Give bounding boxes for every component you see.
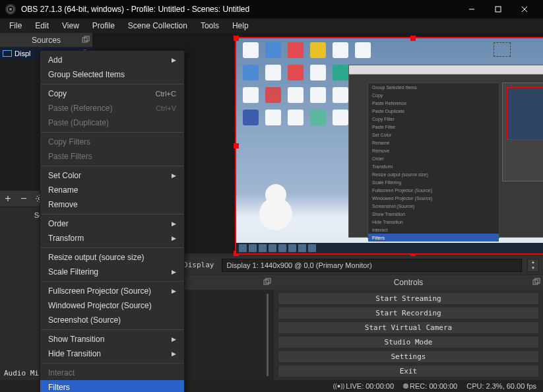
menu-separator xyxy=(41,329,183,330)
close-button[interactable] xyxy=(511,0,538,18)
rec-dot-icon xyxy=(403,383,408,389)
context-menu-item[interactable]: CopyCtrl+C xyxy=(40,86,184,101)
context-menu-item[interactable]: Windowed Projector (Source) xyxy=(40,298,184,313)
context-menu-item[interactable]: Group Selected Items xyxy=(40,67,184,82)
context-menu-item[interactable]: Remove xyxy=(40,197,184,212)
context-menu-item[interactable]: Add▶ xyxy=(40,53,184,67)
context-item-label: Copy xyxy=(48,89,67,98)
context-item-label: Scale Filtering xyxy=(48,267,98,277)
context-menu-item: Paste (Reference)Ctrl+V xyxy=(40,101,184,115)
context-item-label: Rename xyxy=(48,185,78,195)
menubar: File Edit View Profile Scene Collection … xyxy=(0,18,543,33)
context-menu-item[interactable]: Filters xyxy=(40,380,184,392)
start-recording-button[interactable]: Start Recording xyxy=(278,307,539,319)
start-virtual-camera-button[interactable]: Start Virtual Camera xyxy=(278,321,539,334)
obs-logo-icon xyxy=(5,4,16,15)
context-item-label: Fullscreen Projector (Source) xyxy=(48,286,151,296)
context-item-label: Set Color xyxy=(48,171,81,180)
source-context-menu[interactable]: Add▶Group Selected ItemsCopyCtrl+CPaste … xyxy=(40,50,185,392)
context-item-shortcut: Ctrl+C xyxy=(156,90,176,98)
context-menu-item: Copy Filters xyxy=(40,135,184,149)
live-indicator: ((●)) LIVE: 00:00:00 xyxy=(333,382,394,390)
menu-separator xyxy=(41,281,183,282)
menu-separator xyxy=(41,247,183,248)
menu-profile[interactable]: Profile xyxy=(86,20,121,32)
context-menu-item[interactable]: Show Transition▶ xyxy=(40,332,184,346)
submenu-arrow-icon: ▶ xyxy=(172,172,176,179)
resize-handle[interactable] xyxy=(234,36,239,41)
context-item-label: Add xyxy=(48,55,62,65)
preview-canvas[interactable]: Group Selected ItemsCopyPaste ReferenceP… xyxy=(235,37,543,255)
menu-separator xyxy=(41,363,183,364)
context-item-label: Screenshot (Source) xyxy=(48,315,121,325)
controls-panel: Start Streaming Start Recording Start Vi… xyxy=(274,290,543,380)
context-item-label: Show Transition xyxy=(48,335,104,344)
context-item-label: Remove xyxy=(48,200,78,209)
context-menu-item[interactable]: Resize output (source size) xyxy=(40,250,184,265)
submenu-arrow-icon: ▶ xyxy=(172,350,176,357)
context-item-label: Paste (Reference) xyxy=(48,104,112,113)
add-source-button[interactable]: + xyxy=(0,191,16,207)
context-menu-item[interactable]: Transform▶ xyxy=(40,231,184,245)
context-item-label: Windowed Projector (Source) xyxy=(48,301,152,310)
context-item-label: Copy Filters xyxy=(48,137,90,147)
menu-file[interactable]: File xyxy=(3,20,28,32)
menu-scene-collection[interactable]: Scene Collection xyxy=(121,20,194,32)
remove-source-button[interactable]: − xyxy=(16,191,32,207)
preview-taskbar xyxy=(236,243,543,253)
submenu-arrow-icon: ▶ xyxy=(172,57,176,63)
scrollbar[interactable] xyxy=(267,294,269,376)
preview-decor-snowman xyxy=(256,178,296,230)
context-menu-item[interactable]: Order▶ xyxy=(40,216,184,231)
menu-help[interactable]: Help xyxy=(226,20,255,32)
display-select[interactable]: Display 1: 1440x900 @ 0,0 (Primary Monit… xyxy=(222,259,522,272)
submenu-arrow-icon: ▶ xyxy=(172,269,176,275)
context-item-label: Order xyxy=(48,219,69,228)
dock-popout-icon[interactable] xyxy=(532,278,540,286)
sources-dock-title: Sources xyxy=(32,36,61,45)
context-menu-item[interactable]: Set Color▶ xyxy=(40,168,184,183)
dock-popout-icon[interactable] xyxy=(263,278,271,286)
maximize-button[interactable] xyxy=(485,0,511,18)
context-item-label: Hide Transition xyxy=(48,349,101,358)
context-item-label: Filters xyxy=(48,383,70,392)
settings-button[interactable]: Settings xyxy=(278,350,539,363)
context-menu-item[interactable]: Rename xyxy=(40,183,184,197)
studio-mode-button[interactable]: Studio Mode xyxy=(278,336,539,348)
menu-view[interactable]: View xyxy=(55,20,86,32)
context-menu-item[interactable]: Scale Filtering▶ xyxy=(40,265,184,279)
context-menu-item: Paste Filters xyxy=(40,149,184,164)
context-menu-item[interactable]: Fullscreen Projector (Source)▶ xyxy=(40,284,184,298)
start-streaming-button[interactable]: Start Streaming xyxy=(278,292,539,305)
preview-nested-window: Group Selected ItemsCopyPaste ReferenceP… xyxy=(348,65,543,238)
display-capture-icon xyxy=(3,50,12,57)
window-title: OBS 27.1.3 (64-bit, windows) - Profile: … xyxy=(21,5,459,14)
menu-edit[interactable]: Edit xyxy=(28,20,55,32)
context-menu-item[interactable]: Screenshot (Source) xyxy=(40,313,184,327)
controls-header-label: Controls xyxy=(394,278,424,287)
display-label: Display xyxy=(181,261,216,269)
menu-tools[interactable]: Tools xyxy=(194,20,226,32)
preview-camera-icon xyxy=(494,42,511,57)
display-spinner[interactable]: ▲▼ xyxy=(527,259,539,272)
minimize-button[interactable] xyxy=(459,0,485,18)
context-item-label: Paste Filters xyxy=(48,152,92,161)
resize-handle[interactable] xyxy=(410,36,416,41)
context-menu-item[interactable]: Hide Transition▶ xyxy=(40,346,184,361)
exit-button[interactable]: Exit xyxy=(278,365,539,377)
context-item-label: Group Selected Items xyxy=(48,70,125,79)
context-menu-item: Paste (Duplicate) xyxy=(40,115,184,130)
dock-popout-icon[interactable] xyxy=(82,36,90,44)
menu-separator xyxy=(41,166,183,166)
svg-point-1 xyxy=(9,8,12,11)
resize-handle[interactable] xyxy=(234,143,239,148)
submenu-arrow-icon: ▶ xyxy=(172,220,176,227)
submenu-arrow-icon: ▶ xyxy=(172,235,176,242)
context-item-shortcut: Ctrl+V xyxy=(156,104,176,112)
controls-dock-header: Controls xyxy=(274,275,543,290)
svg-rect-3 xyxy=(495,7,501,12)
menu-separator xyxy=(41,84,183,84)
context-item-label: Interact xyxy=(48,368,75,377)
context-item-label: Resize output (source size) xyxy=(48,253,144,262)
titlebar: OBS 27.1.3 (64-bit, windows) - Profile: … xyxy=(0,0,543,18)
